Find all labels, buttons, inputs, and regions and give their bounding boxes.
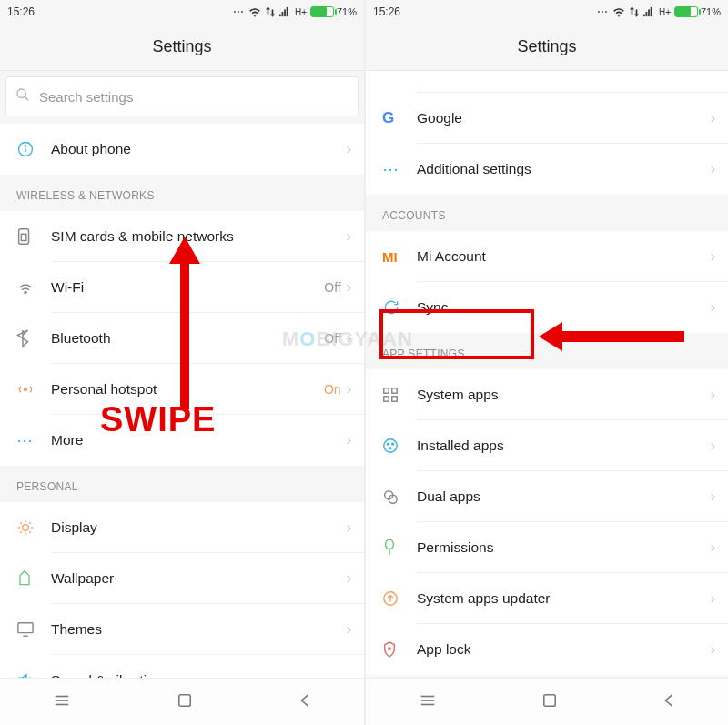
wifi-icon [612,6,625,17]
header: Settings [366,24,728,71]
mi-icon: MI [382,249,417,265]
wallpaper-icon [16,569,51,588]
hotspot-icon [16,380,51,398]
section-personal: PERSONAL [0,466,364,502]
row-sound[interactable]: Sound & vibration › [0,655,364,678]
row-additional[interactable]: ⋯ Additional settings › [366,144,728,195]
updater-icon [382,590,417,607]
more-icon: ⋯ [16,430,51,450]
hotspot-value: On [324,382,341,397]
android-navbar [0,678,364,725]
chevron-right-icon: › [711,248,715,265]
display-icon [16,519,51,537]
section-accounts: ACCOUNTS [366,195,728,231]
svg-line-18 [20,522,22,524]
row-themes[interactable]: Themes › [0,604,364,655]
row-wifi[interactable]: Wi-Fi Off › [0,262,364,313]
row-app-lock[interactable]: App lock › [366,624,728,675]
chevron-right-icon: › [347,672,351,678]
row-mi-account[interactable]: MI Mi Account › [366,231,728,282]
permissions-icon [382,539,417,557]
wifi-value: Off [324,280,340,295]
svg-rect-31 [651,7,652,16]
chevron-right-icon: › [347,621,351,638]
row-display[interactable]: Display › [0,502,364,553]
recent-button[interactable] [54,694,70,710]
back-button[interactable] [299,693,310,711]
row-sync[interactable]: Sync › [366,282,728,333]
recent-button[interactable] [420,694,436,710]
row-system-apps[interactable]: System apps › [366,369,728,420]
svg-rect-0 [279,15,281,17]
svg-line-20 [20,531,22,533]
chevron-right-icon: › [711,387,715,403]
chevron-right-icon: › [711,110,715,126]
bt-value: Off [324,331,340,346]
status-bar: 15:26 ⋯ H+ 71% [0,0,364,24]
svg-point-39 [389,448,391,449]
network-type: H+ [659,7,671,17]
row-partial-top [366,71,728,93]
row-more[interactable]: ⋯ More › [0,415,364,466]
svg-point-11 [25,292,26,294]
data-arrows-icon [266,6,275,17]
row-updater[interactable]: System apps updater › [366,573,728,624]
row-installed-apps[interactable]: Installed apps › [366,420,728,471]
network-type: H+ [295,7,307,17]
battery-pct: 71% [701,6,721,17]
info-icon [16,140,51,158]
svg-point-36 [384,439,397,452]
svg-point-12 [24,388,26,390]
search-icon [15,87,30,106]
sound-icon [16,672,51,678]
status-bar: 15:26 ⋯ H+ 71% [366,0,728,24]
chevron-right-icon: › [347,432,351,448]
android-navbar [366,678,728,725]
status-time: 15:26 [7,5,35,18]
themes-icon [16,621,51,638]
section-wireless: WIRELESS & NETWORKS [0,175,364,211]
chevron-right-icon: › [347,330,351,347]
row-permissions[interactable]: Permissions › [366,522,728,573]
chevron-right-icon: › [347,279,351,296]
svg-point-37 [387,443,389,445]
ellipsis-icon: ⋯ [597,5,608,18]
row-about-phone[interactable]: About phone › [0,124,364,175]
chevron-right-icon: › [347,141,351,157]
row-wallpaper[interactable]: Wallpaper › [0,553,364,604]
chevron-right-icon: › [711,590,715,607]
chevron-right-icon: › [711,299,715,316]
chevron-right-icon: › [347,228,351,245]
search-input[interactable]: Search settings [5,76,359,116]
svg-rect-22 [18,623,33,633]
svg-rect-3 [287,7,288,16]
row-sim[interactable]: SIM cards & mobile networks › [0,211,364,262]
svg-point-42 [386,539,394,549]
svg-point-4 [17,89,25,97]
battery-pct: 71% [337,6,357,17]
svg-point-45 [389,648,390,649]
svg-line-19 [29,531,31,533]
home-button[interactable] [177,693,192,711]
row-google[interactable]: G Google › [366,93,728,144]
svg-rect-51 [544,694,555,705]
more-icon: ⋯ [382,159,417,179]
row-hotspot[interactable]: Personal hotspot On › [0,364,364,415]
bluetooth-icon [16,329,51,347]
back-button[interactable] [663,693,674,711]
svg-point-13 [23,525,29,531]
signal-icon [643,6,654,17]
chevron-right-icon: › [711,488,715,505]
battery-icon [674,6,698,17]
chevron-right-icon: › [711,161,715,177]
svg-point-38 [392,443,394,445]
row-bluetooth[interactable]: Bluetooth Off › [0,313,364,364]
search-placeholder: Search settings [39,89,133,105]
status-time: 15:26 [373,5,400,18]
wifi-icon [16,280,51,295]
home-button[interactable] [542,693,557,711]
row-dual-apps[interactable]: Dual apps › [366,471,728,522]
page-title: Settings [517,37,576,56]
wifi-icon [248,6,261,17]
svg-rect-27 [179,694,190,705]
